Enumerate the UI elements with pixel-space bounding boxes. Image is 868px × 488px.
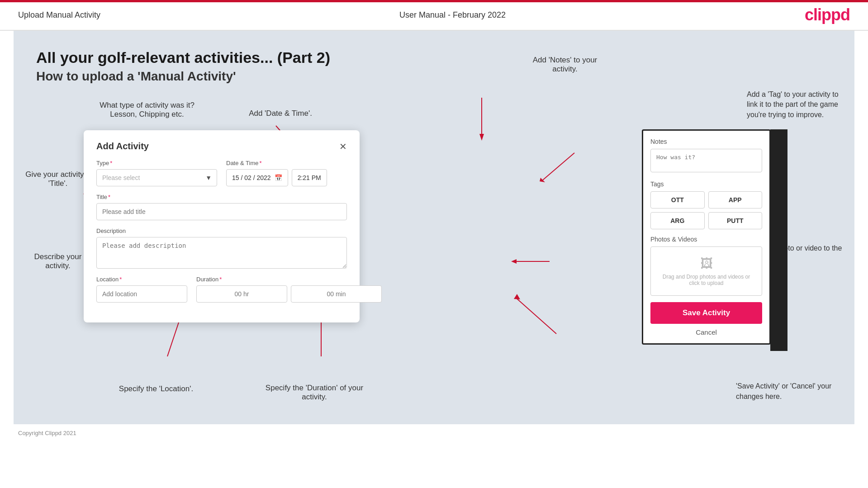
svg-marker-13	[479, 134, 484, 141]
top-bar: Upload Manual Activity User Manual - Feb…	[0, 0, 868, 31]
add-activity-dialog: Add Activity ✕ Type* Please select ▼ Dat…	[84, 130, 360, 322]
footer: Copyright Clippd 2021	[0, 424, 868, 442]
section-title: All your golf-relevant activities... (Pa…	[36, 49, 832, 66]
svg-marker-17	[511, 259, 517, 264]
annotation-what-type: What type of activity was it? Lesson, Ch…	[97, 101, 197, 119]
title-group: Title*	[96, 194, 347, 220]
annotation-tag: Add a 'Tag' to your activity to link it …	[747, 90, 842, 120]
save-activity-button[interactable]: Save Activity	[650, 302, 762, 324]
tags-label: Tags	[650, 180, 762, 188]
photo-icon: 🖼	[660, 256, 753, 271]
description-textarea[interactable]	[96, 237, 347, 269]
description-label: Description	[96, 227, 347, 234]
tag-ott[interactable]: OTT	[650, 191, 705, 208]
annotation-describe: Describe your activity.	[22, 252, 94, 270]
datetime-label: Date & Time*	[226, 160, 347, 166]
cancel-link[interactable]: Cancel	[650, 328, 762, 336]
duration-group: Duration*	[196, 276, 382, 303]
copyright-text: Copyright Clippd 2021	[18, 430, 76, 436]
svg-marker-15	[540, 178, 545, 182]
photos-label: Photos & Videos	[650, 236, 762, 243]
dialog-title: Add Activity	[96, 141, 149, 152]
section-subtitle: How to upload a 'Manual Activity'	[36, 69, 832, 84]
page-title: Upload Manual Activity	[18, 10, 100, 20]
tags-grid: OTT APP ARG PUTT	[650, 191, 762, 229]
time-input[interactable]: 2:21 PM	[292, 169, 327, 186]
type-label: Type*	[96, 160, 217, 166]
svg-line-18	[516, 298, 556, 334]
photo-upload-area[interactable]: 🖼 Drag and Drop photos and videos or cli…	[650, 246, 762, 296]
annotation-date-time: Add 'Date & Time'.	[235, 109, 326, 118]
location-label: Location*	[96, 276, 187, 283]
datetime-group: Date & Time* 15 / 02 / 2022 📅 2:21 PM	[226, 160, 347, 186]
title-label: Title*	[96, 194, 347, 200]
duration-inputs	[196, 285, 382, 303]
hours-input[interactable]	[196, 285, 287, 303]
type-group: Type* Please select ▼	[96, 160, 217, 186]
tag-app[interactable]: APP	[708, 191, 763, 208]
annotation-save: 'Save Activity' or 'Cancel' your changes…	[736, 381, 844, 402]
date-input[interactable]: 15 / 02 / 2022 📅	[226, 169, 288, 186]
notes-textarea[interactable]	[650, 149, 762, 172]
tag-arg[interactable]: ARG	[650, 212, 705, 229]
tag-putt[interactable]: PUTT	[708, 212, 763, 229]
calendar-icon: 📅	[275, 174, 282, 181]
location-duration-row: Location* Duration*	[96, 276, 347, 303]
upload-text: Drag and Drop photos and videos or click…	[660, 274, 753, 286]
date-time-inputs: 15 / 02 / 2022 📅 2:21 PM	[226, 169, 347, 186]
annotation-duration: Specify the 'Duration' of your activity.	[260, 384, 369, 402]
close-button[interactable]: ✕	[339, 142, 347, 151]
clippd-logo: clippd	[805, 5, 850, 24]
description-group: Description	[96, 227, 347, 269]
minutes-input[interactable]	[291, 285, 382, 303]
svg-line-14	[543, 153, 574, 180]
dialog-header: Add Activity ✕	[96, 141, 347, 152]
annotation-give-title: Give your activity a 'Title'.	[22, 170, 94, 188]
duration-label: Duration*	[196, 276, 382, 283]
main-content: All your golf-relevant activities... (Pa…	[14, 31, 854, 424]
type-select[interactable]: Please select	[96, 169, 217, 186]
location-input[interactable]	[96, 285, 187, 303]
annotation-notes: Add 'Notes' to your activity.	[520, 56, 610, 74]
type-datetime-row: Type* Please select ▼ Date & Time* 15 / …	[96, 160, 347, 186]
red-accent-line	[0, 0, 868, 2]
manual-subtitle: User Manual - February 2022	[399, 10, 506, 20]
notes-label: Notes	[650, 138, 762, 145]
type-select-wrapper[interactable]: Please select ▼	[96, 169, 217, 186]
title-input[interactable]	[96, 203, 347, 220]
phone-panel: Notes Tags OTT APP ARG PUTT Photos & Vid…	[642, 129, 771, 345]
phone-panel-inner: Notes Tags OTT APP ARG PUTT Photos & Vid…	[643, 131, 769, 343]
location-group: Location*	[96, 276, 187, 303]
phone-side-bar	[770, 129, 787, 351]
annotation-location: Specify the 'Location'.	[111, 384, 201, 393]
svg-marker-19	[514, 294, 520, 299]
